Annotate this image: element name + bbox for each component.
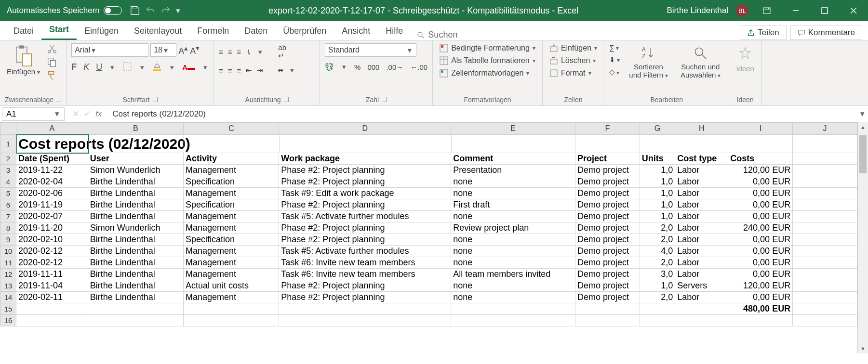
- cell[interactable]: Labor: [675, 188, 728, 199]
- cell[interactable]: Phase #2: Project planning: [279, 292, 451, 303]
- cell[interactable]: 2019-11-19: [16, 199, 88, 211]
- cell[interactable]: 2020-02-10: [16, 234, 88, 246]
- cell[interactable]: [793, 269, 857, 280]
- comma-format-icon[interactable]: 000: [367, 63, 379, 71]
- font-size-combo[interactable]: 18▾: [150, 43, 176, 57]
- cell[interactable]: 2020-02-12: [16, 257, 88, 269]
- cell[interactable]: [640, 303, 675, 315]
- align-middle-icon[interactable]: ≡: [228, 48, 232, 56]
- cell[interactable]: [793, 211, 857, 222]
- cell[interactable]: Servers: [675, 280, 728, 292]
- cell[interactable]: [728, 135, 793, 153]
- cell[interactable]: First draft: [451, 199, 575, 211]
- cell[interactable]: Task #6: Invite new team members: [279, 257, 451, 269]
- save-icon[interactable]: [130, 5, 140, 16]
- cell[interactable]: Work package: [279, 153, 451, 165]
- row-header-12[interactable]: 12: [0, 269, 16, 280]
- cell[interactable]: none: [451, 246, 575, 257]
- cell[interactable]: Actual unit costs: [184, 280, 279, 292]
- cell[interactable]: Birthe Lindenthal: [88, 292, 184, 303]
- accounting-format-icon[interactable]: 💱: [325, 63, 334, 71]
- cell[interactable]: Labor: [675, 292, 728, 303]
- align-top-icon[interactable]: ≡: [219, 48, 223, 56]
- cell[interactable]: Review project plan: [451, 222, 575, 234]
- underline-button[interactable]: U: [96, 62, 102, 72]
- cell[interactable]: [793, 292, 857, 303]
- insert-cells-button[interactable]: Einfügen: [548, 43, 599, 53]
- align-center-icon[interactable]: ≡: [228, 66, 232, 75]
- cell[interactable]: Demo project: [575, 188, 640, 199]
- row-header-6[interactable]: 6: [0, 199, 16, 211]
- number-format-combo[interactable]: Standard▾: [325, 43, 416, 57]
- font-dialog-launcher[interactable]: [153, 97, 158, 102]
- cell[interactable]: Demo project: [575, 257, 640, 269]
- cell[interactable]: [793, 246, 857, 257]
- tab-ansicht[interactable]: Ansicht: [334, 23, 378, 40]
- cell[interactable]: 1,0: [640, 165, 675, 176]
- cell[interactable]: [793, 257, 857, 269]
- row-header-5[interactable]: 5: [0, 188, 16, 199]
- scroll-up-icon[interactable]: ▲: [858, 122, 868, 132]
- tab-daten[interactable]: Daten: [237, 23, 275, 40]
- col-header-F[interactable]: F: [575, 122, 640, 135]
- row-header-14[interactable]: 14: [0, 292, 16, 303]
- tab-hilfe[interactable]: Hilfe: [378, 23, 411, 40]
- cell[interactable]: Demo project: [575, 211, 640, 222]
- cell[interactable]: Management: [184, 211, 279, 222]
- cell[interactable]: Demo project: [575, 280, 640, 292]
- number-dialog-launcher[interactable]: [382, 97, 387, 102]
- cell[interactable]: Phase #2: Project planning: [279, 165, 451, 176]
- cell[interactable]: User: [88, 153, 184, 165]
- cell[interactable]: 2019-11-11: [16, 269, 88, 280]
- col-header-D[interactable]: D: [279, 122, 451, 135]
- cell[interactable]: 2019-11-04: [16, 280, 88, 292]
- autosave-toggle[interactable]: Automatisches Speichern: [4, 6, 125, 15]
- format-painter-icon[interactable]: [47, 70, 57, 81]
- cell[interactable]: Demo project: [575, 269, 640, 280]
- format-cells-button[interactable]: Format: [548, 68, 593, 78]
- select-all-corner[interactable]: [0, 122, 16, 135]
- cell[interactable]: Phase #2: Project planning: [279, 234, 451, 246]
- cell[interactable]: 0,00 EUR: [728, 269, 793, 280]
- cell[interactable]: [184, 315, 279, 326]
- row-header-3[interactable]: 3: [0, 165, 16, 176]
- cell[interactable]: Demo project: [575, 176, 640, 188]
- col-header-E[interactable]: E: [451, 122, 575, 135]
- bold-button[interactable]: F: [71, 62, 77, 72]
- format-as-table-button[interactable]: Als Tabelle formatieren: [438, 56, 537, 65]
- col-header-J[interactable]: J: [793, 122, 857, 135]
- cell[interactable]: Labor: [675, 176, 728, 188]
- cell[interactable]: 480,00 EUR: [728, 303, 793, 315]
- cell[interactable]: Labor: [675, 257, 728, 269]
- cell[interactable]: [640, 135, 675, 153]
- cell[interactable]: Demo project: [575, 222, 640, 234]
- wrap-text-icon[interactable]: ab↵: [278, 43, 286, 60]
- cell[interactable]: Specification: [184, 176, 279, 188]
- cell[interactable]: none: [451, 176, 575, 188]
- user-avatar[interactable]: BL: [736, 4, 748, 17]
- cell[interactable]: Management: [184, 292, 279, 303]
- cell[interactable]: Phase #2: Project planning: [279, 176, 451, 188]
- cell[interactable]: Management: [184, 188, 279, 199]
- cell[interactable]: 1,0: [640, 211, 675, 222]
- formula-expand-icon[interactable]: ▾: [856, 109, 868, 119]
- row-header-1[interactable]: 1: [0, 135, 16, 153]
- cell[interactable]: 4,0: [640, 246, 675, 257]
- cell[interactable]: Demo project: [575, 246, 640, 257]
- tab-datei[interactable]: Datei: [6, 23, 41, 40]
- name-box[interactable]: A1▾: [2, 107, 65, 121]
- cell[interactable]: Management: [184, 246, 279, 257]
- cell[interactable]: 0,00 EUR: [728, 188, 793, 199]
- cell[interactable]: [793, 188, 857, 199]
- find-select-button[interactable]: Suchen und Auswählen: [677, 43, 724, 80]
- cell[interactable]: [279, 315, 451, 326]
- cell[interactable]: [451, 315, 575, 326]
- cell[interactable]: [16, 315, 88, 326]
- cell[interactable]: 2,0: [640, 234, 675, 246]
- share-button[interactable]: Teilen: [740, 26, 786, 40]
- cell[interactable]: [575, 315, 640, 326]
- cell[interactable]: Management: [184, 257, 279, 269]
- cell[interactable]: [451, 303, 575, 315]
- cell[interactable]: Birthe Lindenthal: [88, 257, 184, 269]
- cell[interactable]: Labor: [675, 165, 728, 176]
